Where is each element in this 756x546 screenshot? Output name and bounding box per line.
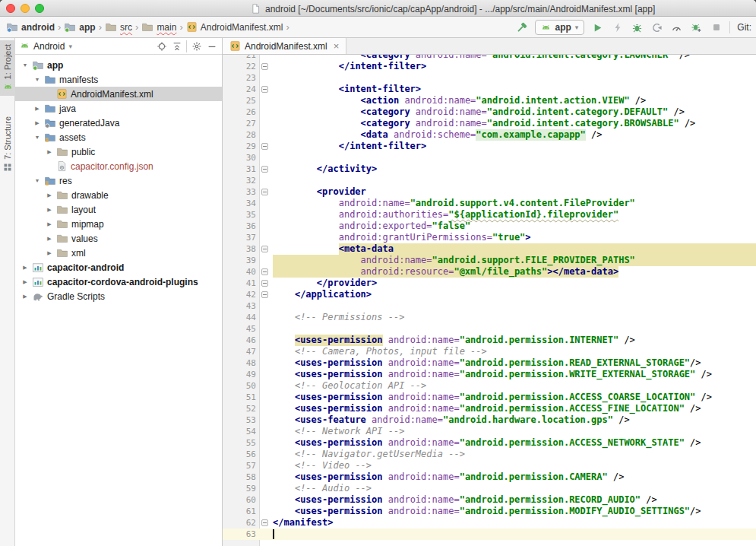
project-tool-button[interactable]: 1: Project <box>0 40 15 96</box>
code-line-37[interactable]: android:grantUriPermissions="true"> <box>273 232 756 243</box>
code-line-39[interactable]: android:name="android.support.FILE_PROVI… <box>273 255 756 266</box>
tree-expand-arrow[interactable]: ▶ <box>46 221 53 227</box>
tree-expand-arrow[interactable]: ▶ <box>46 149 53 155</box>
apply-changes-button[interactable] <box>650 21 663 34</box>
code-line-57[interactable]: <!-- Video --> <box>273 460 756 471</box>
tree-item-java[interactable]: ▶java <box>15 101 222 116</box>
tree-expand-arrow[interactable]: ▶ <box>21 294 29 300</box>
tree-expand-arrow[interactable]: ▶ <box>46 207 53 213</box>
locate-file-button[interactable] <box>156 40 167 52</box>
code-line-40[interactable]: android:resource="@xml/file_paths"></met… <box>273 266 756 278</box>
code-line-38[interactable]: <meta-data <box>273 243 756 255</box>
tree-item-xml[interactable]: ▶xml <box>15 246 222 260</box>
breadcrumb-item[interactable]: src <box>105 21 132 33</box>
hide-panel-button[interactable] <box>206 40 217 52</box>
tree-expand-arrow[interactable]: ▼ <box>33 135 41 140</box>
code-line-62[interactable]: </manifest> <box>273 517 756 529</box>
code-line-27[interactable]: <category android:name="android.intent.c… <box>273 118 756 129</box>
chevron-down-icon[interactable]: ▾ <box>68 43 72 50</box>
code-line-44[interactable]: <!-- Permissions --> <box>273 312 756 323</box>
code-line-31[interactable]: </activity> <box>273 163 756 175</box>
tree-expand-arrow[interactable]: ▶ <box>21 265 29 271</box>
code-line-60[interactable]: <uses-permission android:name="android.p… <box>273 494 756 506</box>
tree-expand-arrow[interactable]: ▶ <box>33 120 41 126</box>
code-line-48[interactable]: <uses-permission android:name="android.p… <box>273 357 756 369</box>
tree-item-drawable[interactable]: ▶drawable <box>15 188 222 202</box>
fold-marker-icon[interactable] <box>261 86 268 93</box>
tree-expand-arrow[interactable]: ▼ <box>21 62 29 68</box>
code-line-24[interactable]: <intent-filter> <box>273 84 756 95</box>
tree-expand-arrow[interactable]: ▶ <box>46 192 53 198</box>
close-icon[interactable]: × <box>334 40 340 52</box>
code-line-22[interactable]: </intent-filter> <box>273 61 756 72</box>
tree-item-res[interactable]: ▼res <box>15 173 222 188</box>
code-line-63[interactable] <box>273 529 756 540</box>
tree-item-assets[interactable]: ▼assets <box>15 130 222 144</box>
code-line-35[interactable]: android:authorities="${applicationId}.fi… <box>273 209 756 221</box>
code-line-54[interactable]: <!-- Network API --> <box>273 426 756 437</box>
build-hammer-icon[interactable] <box>515 21 528 34</box>
code-line-49[interactable]: <uses-permission android:name="android.p… <box>273 369 756 380</box>
code-line-42[interactable]: </application> <box>273 289 756 300</box>
code-line-26[interactable]: <category android:name="android.intent.c… <box>273 106 756 118</box>
close-window-button[interactable] <box>6 4 15 13</box>
code-line-30[interactable] <box>273 152 756 163</box>
tree-expand-arrow[interactable]: ▶ <box>21 279 29 285</box>
code-line-29[interactable]: </intent-filter> <box>273 141 756 152</box>
tree-item-gradle-scripts[interactable]: ▶Gradle Scripts <box>15 289 222 303</box>
code-line-61[interactable]: <uses-permission android:name="android.p… <box>273 506 756 517</box>
code-line-36[interactable]: android:exported="false" <box>273 221 756 232</box>
tree-item-mipmap[interactable]: ▶mipmap <box>15 217 222 231</box>
tree-item-public[interactable]: ▶public <box>15 144 222 159</box>
fold-marker-icon[interactable] <box>261 166 268 173</box>
code-line-46[interactable]: <uses-permission android:name="android.p… <box>273 335 756 346</box>
code-line-23[interactable] <box>273 72 756 84</box>
fold-marker-icon[interactable] <box>261 63 268 70</box>
code-line-45[interactable] <box>273 323 756 335</box>
code-line-28[interactable]: <data android:scheme="com.example.capapp… <box>273 129 756 141</box>
breadcrumb-item[interactable]: android <box>6 21 55 33</box>
profiler-button[interactable] <box>670 21 683 34</box>
tree-item-layout[interactable]: ▶layout <box>15 202 222 217</box>
run-button[interactable] <box>591 21 604 34</box>
tree-expand-arrow[interactable]: ▼ <box>33 77 41 82</box>
tree-expand-arrow[interactable]: ▼ <box>33 178 41 183</box>
collapse-all-button[interactable] <box>171 40 182 52</box>
breadcrumb-item[interactable]: AndroidManifest.xml <box>186 21 283 33</box>
tree-item-app[interactable]: ▼app <box>15 58 222 72</box>
debug-button[interactable] <box>631 21 644 34</box>
fold-marker-icon[interactable] <box>261 280 268 287</box>
code-line-34[interactable]: android:name="android.support.v4.content… <box>273 198 756 209</box>
fold-marker-icon[interactable] <box>261 189 268 195</box>
code-editor[interactable]: <category android:name="android.intent.c… <box>273 55 756 546</box>
code-line-55[interactable]: <uses-permission android:name="android.p… <box>273 437 756 449</box>
code-line-47[interactable]: <!-- Camera, Photos, input file --> <box>273 346 756 357</box>
tree-item-capacitor-config-json[interactable]: capacitor.config.json <box>15 159 222 173</box>
minimize-window-button[interactable] <box>21 4 30 13</box>
fold-marker-icon[interactable] <box>261 268 268 275</box>
code-line-50[interactable]: <!-- Geolocation API --> <box>273 380 756 392</box>
fold-marker-icon[interactable] <box>261 519 268 526</box>
code-line-52[interactable]: <uses-permission android:name="android.p… <box>273 403 756 414</box>
code-line-56[interactable]: <!-- Navigator.getUserMedia --> <box>273 449 756 460</box>
fold-marker-icon[interactable] <box>261 291 268 298</box>
code-line-41[interactable]: </provider> <box>273 278 756 289</box>
code-line-58[interactable]: <uses-permission android:name="android.p… <box>273 471 756 483</box>
structure-tool-button[interactable]: 7: Structure <box>0 113 15 176</box>
tree-item-androidmanifest-xml[interactable]: AndroidManifest.xml <box>15 87 222 101</box>
attach-debugger-button[interactable] <box>690 21 703 34</box>
fold-marker-icon[interactable] <box>261 246 268 252</box>
fold-marker-icon[interactable] <box>261 143 268 150</box>
tab-androidmanifest[interactable]: AndroidManifest.xml × <box>223 38 346 54</box>
code-line-32[interactable] <box>273 175 756 186</box>
tree-item-capacitor-android[interactable]: ▶capacitor-android <box>15 260 222 275</box>
code-line-43[interactable] <box>273 300 756 312</box>
code-line-25[interactable]: <action android:name="android.intent.act… <box>273 95 756 106</box>
breadcrumb-item[interactable]: main <box>141 21 176 33</box>
tree-expand-arrow[interactable]: ▶ <box>33 106 41 112</box>
run-config-select[interactable]: app ▾ <box>535 20 584 35</box>
tree-item-values[interactable]: ▶values <box>15 231 222 246</box>
zoom-window-button[interactable] <box>35 4 44 13</box>
tree-item-capacitor-cordova-android-plugins[interactable]: ▶capacitor-cordova-android-plugins <box>15 275 222 289</box>
code-line-21[interactable]: <category android:name="android.intent.c… <box>273 55 756 61</box>
